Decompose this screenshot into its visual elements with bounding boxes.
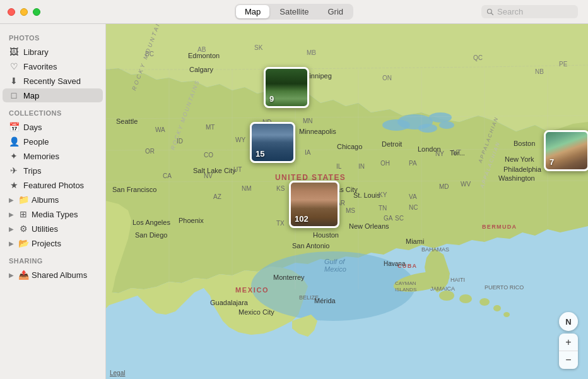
sidebar-item-favorites[interactable]: ♡ Favorites <box>3 59 103 73</box>
svg-point-6 <box>418 124 437 133</box>
map-container[interactable]: ROCKY MOUNTAINS APPALACHIAN BC AB SK MB … <box>106 24 588 379</box>
recently-saved-icon: ⬇ <box>9 76 19 86</box>
shared-albums-expand-icon: ▶ <box>9 272 14 279</box>
sidebar-item-favorites-label: Favorites <box>23 62 57 71</box>
svg-point-13 <box>493 305 501 311</box>
photos-section-label: Photos <box>0 28 105 44</box>
utilities-expand-icon: ▶ <box>9 226 14 232</box>
albums-expand-icon: ▶ <box>9 196 14 203</box>
search-icon <box>486 8 494 16</box>
close-button[interactable] <box>8 8 15 16</box>
sidebar-item-albums[interactable]: ▶ 📁 Albums <box>3 193 103 207</box>
sidebar-item-media-types[interactable]: ▶ ⊞ Media Types <box>3 207 103 221</box>
sidebar-item-map[interactable]: □ Map <box>3 88 103 102</box>
albums-icon: 📁 <box>18 195 28 205</box>
sidebar-item-utilities-label: Utilities <box>32 224 58 234</box>
cluster-count-wa: 15 <box>256 149 264 159</box>
svg-point-12 <box>479 298 490 306</box>
titlebar: Map Satellite Grid <box>0 0 588 24</box>
days-icon: 📅 <box>9 122 19 132</box>
sidebar: Photos 🖼 Library ♡ Favorites ⬇ Recently … <box>0 0 106 379</box>
legal-link[interactable]: Legal <box>110 370 125 376</box>
projects-expand-icon: ▶ <box>9 240 14 247</box>
svg-point-5 <box>382 119 410 131</box>
collections-section-label: Collections <box>0 103 105 119</box>
sidebar-item-trips[interactable]: ✈ Trips <box>3 164 103 177</box>
media-types-expand-icon: ▶ <box>9 211 14 218</box>
svg-point-14 <box>503 312 510 317</box>
sidebar-item-people-label: People <box>23 137 49 147</box>
svg-point-7 <box>439 121 454 129</box>
fullscreen-button[interactable] <box>33 8 40 16</box>
tab-grid[interactable]: Grid <box>319 5 352 18</box>
cluster-count-sf: 102 <box>295 214 309 224</box>
sidebar-item-map-label: Map <box>23 91 39 100</box>
sidebar-item-recently-saved-label: Recently Saved <box>23 76 81 86</box>
map-controls: N + − <box>559 312 578 369</box>
zoom-out-button[interactable]: − <box>559 351 578 369</box>
search-box[interactable] <box>481 5 578 18</box>
utilities-icon: ⚙ <box>18 224 28 234</box>
sidebar-item-media-types-label: Media Types <box>32 210 78 219</box>
people-icon: 👤 <box>9 136 19 147</box>
featured-icon: ★ <box>9 180 19 190</box>
svg-point-4 <box>429 112 452 123</box>
sidebar-item-library-label: Library <box>23 47 49 57</box>
sidebar-item-library[interactable]: 🖼 Library <box>3 45 103 59</box>
tab-map[interactable]: Map <box>236 5 269 18</box>
sidebar-item-trips-label: Trips <box>23 166 41 176</box>
memories-icon: ✦ <box>9 151 19 161</box>
sidebar-item-albums-label: Albums <box>32 195 59 205</box>
compass-button[interactable]: N <box>559 312 578 331</box>
sidebar-item-projects[interactable]: ▶ 📂 Projects <box>3 236 103 250</box>
sidebar-item-memories[interactable]: ✦ Memories <box>3 149 103 163</box>
svg-line-1 <box>491 13 493 15</box>
svg-point-11 <box>459 294 472 303</box>
sidebar-item-people[interactable]: 👤 People <box>3 135 103 148</box>
tab-satellite[interactable]: Satellite <box>271 5 317 18</box>
view-mode-tabs: Map Satellite Grid <box>235 4 353 20</box>
sidebar-item-featured-photos[interactable]: ★ Featured Photos <box>3 178 103 192</box>
sidebar-item-memories-label: Memories <box>23 152 59 161</box>
svg-point-10 <box>439 291 454 301</box>
sidebar-item-projects-label: Projects <box>32 239 61 248</box>
favorites-icon: ♡ <box>9 61 19 71</box>
photo-cluster-bc[interactable]: 9 <box>264 67 309 108</box>
projects-icon: 📂 <box>18 238 28 248</box>
minimize-button[interactable] <box>20 8 28 16</box>
trips-icon: ✈ <box>9 165 19 176</box>
main-content: ROCKY MOUNTAINS APPALACHIAN BC AB SK MB … <box>106 0 588 379</box>
photo-cluster-wa[interactable]: 15 <box>250 122 295 163</box>
svg-point-8 <box>251 251 415 321</box>
zoom-controls: + − <box>559 334 578 369</box>
sharing-section-label: Sharing <box>0 251 105 267</box>
photo-cluster-sf[interactable]: 102 <box>289 181 339 228</box>
media-types-icon: ⊞ <box>18 209 28 219</box>
library-icon: 🖼 <box>9 47 19 57</box>
map-icon: □ <box>9 90 19 100</box>
sidebar-item-days[interactable]: 📅 Days <box>3 120 103 134</box>
sidebar-item-shared-albums[interactable]: ▶ 📤 Shared Albums <box>3 268 103 282</box>
shared-albums-icon: 📤 <box>18 270 28 280</box>
sidebar-item-featured-photos-label: Featured Photos <box>23 181 84 190</box>
sidebar-item-days-label: Days <box>23 123 42 132</box>
photo-cluster-toronto[interactable]: 7 <box>544 130 588 171</box>
zoom-in-button[interactable]: + <box>559 334 578 351</box>
sidebar-item-utilities[interactable]: ▶ ⚙ Utilities <box>3 222 103 236</box>
traffic-lights <box>8 8 40 16</box>
sidebar-item-recently-saved[interactable]: ⬇ Recently Saved <box>3 74 103 88</box>
sidebar-item-shared-albums-label: Shared Albums <box>32 270 87 280</box>
map-svg: ROCKY MOUNTAINS APPALACHIAN <box>106 24 588 379</box>
cluster-count-toronto: 7 <box>550 157 554 167</box>
search-input[interactable] <box>497 7 573 16</box>
cluster-count-bc: 9 <box>269 94 274 104</box>
